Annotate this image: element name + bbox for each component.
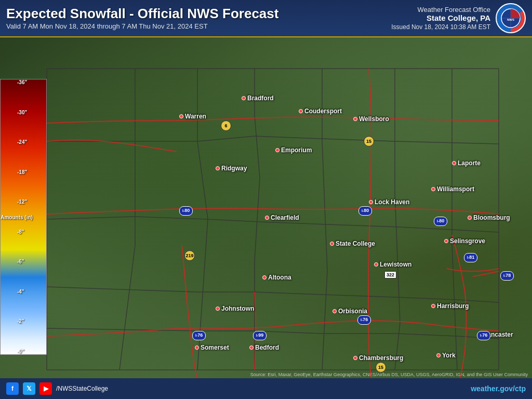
map-container: ▲ -36" -30" -24" -18" -12" -8" -6" -4" -…	[0, 37, 532, 378]
svg-line-26	[322, 139, 395, 141]
facebook-icon[interactable]: f	[6, 382, 19, 395]
city-dot-laporte	[452, 161, 456, 165]
svg-line-40	[395, 297, 457, 300]
city-label-york: York	[442, 352, 456, 359]
highway-i76-w: I-76	[192, 331, 206, 340]
footer: f 𝕏 ▶ /NWSStateCollege weather.gov/ctp	[0, 378, 532, 399]
city-orbisonia: Orbisonia	[332, 308, 367, 315]
city-dot-ridgway	[216, 166, 220, 170]
highway-sr322: 322	[384, 271, 396, 278]
highway-i76-c: I-76	[357, 315, 371, 325]
city-label-selinsgrove: Selinsgrove	[450, 237, 485, 245]
legend-label-24: -24"	[17, 139, 27, 145]
social-links: f 𝕏 ▶ /NWSStateCollege	[6, 382, 108, 395]
city-dot-altoona	[262, 275, 267, 280]
city-dot-warren	[179, 114, 183, 118]
highway-i80-e: I-80	[434, 217, 447, 226]
twitter-icon[interactable]: 𝕏	[23, 382, 35, 395]
city-label-emporium: Emporium	[281, 147, 312, 154]
city-dot-wellsboro	[353, 117, 357, 121]
city-dot-lock-haven	[369, 200, 373, 204]
svg-line-34	[452, 230, 499, 232]
legend-label-36: -36"	[17, 79, 27, 85]
snow-legend: ▲ -36" -30" -24" -18" -12" -8" -6" -4" -…	[0, 79, 47, 355]
city-dot-coudersport	[299, 109, 303, 113]
city-dot-orbisonia	[332, 309, 337, 313]
city-label-lewistown: Lewistown	[380, 261, 411, 268]
highway-i81-n: I-81	[464, 253, 477, 262]
city-harrisburg: Harrisburg	[431, 302, 469, 310]
highway-us15-n: 15	[364, 136, 374, 147]
highway-us6: 6	[221, 121, 231, 131]
svg-line-28	[47, 217, 135, 219]
issue-time: Issued Nov 18, 2024 10:38 AM EST	[391, 23, 490, 31]
city-label-state-college: State College	[336, 240, 375, 247]
website-url[interactable]: weather.gov/ctp	[471, 384, 526, 393]
city-label-laporte: Laporte	[458, 159, 481, 167]
city-selinsgrove: Selinsgrove	[444, 237, 485, 245]
city-dot-harrisburg	[431, 304, 435, 308]
city-dot-chambersburg	[353, 356, 357, 360]
city-clearfield: Clearfield	[265, 214, 299, 221]
city-somerset: Somerset	[195, 344, 229, 351]
city-york: York	[436, 352, 456, 359]
svg-line-16	[322, 141, 327, 271]
city-label-clearfield: Clearfield	[271, 214, 299, 221]
svg-line-33	[400, 227, 452, 230]
city-dot-lewistown	[374, 262, 378, 267]
svg-line-32	[327, 224, 400, 227]
city-label-altoona: Altoona	[268, 274, 291, 281]
city-johnstown: Johnstown	[216, 305, 254, 312]
svg-line-38	[255, 292, 322, 295]
city-dot-york	[436, 353, 441, 357]
youtube-icon[interactable]: ▶	[39, 382, 52, 395]
svg-line-29	[135, 217, 208, 219]
city-label-orbisonia: Orbisonia	[338, 308, 367, 315]
city-label-williamsport: Williamsport	[437, 185, 474, 193]
legend-label-4: -4"	[17, 289, 27, 295]
city-bloomsburg: Bloomsburg	[468, 214, 510, 221]
svg-line-27	[395, 141, 499, 144]
city-label-chambersburg: Chambersburg	[359, 354, 403, 362]
city-ridgway: Ridgway	[216, 165, 247, 172]
city-label-wellsboro: Wellsboro	[359, 115, 389, 123]
highway-i99: I-99	[253, 331, 267, 340]
office-label: Weather Forecast Office	[391, 6, 490, 14]
city-dot-somerset	[195, 345, 199, 350]
city-bedford: Bedford	[249, 344, 279, 351]
legend-label-12: -12"	[17, 199, 27, 205]
city-label-bloomsburg: Bloomsburg	[473, 214, 510, 221]
svg-line-9	[197, 141, 208, 219]
app-container: Expected Snowfall - Official NWS Forecas…	[0, 0, 532, 399]
city-lewistown: Lewistown	[374, 261, 411, 268]
svg-line-39	[322, 295, 395, 297]
city-warren: Warren	[179, 113, 206, 120]
city-emporium: Emporium	[275, 147, 312, 154]
svg-line-46	[395, 334, 457, 336]
city-coudersport: Coudersport	[299, 108, 342, 115]
city-lock-haven: Lock Haven	[369, 198, 409, 206]
legend-label-6: -6"	[17, 259, 27, 264]
city-dot-bedford	[249, 345, 254, 350]
city-laporte: Laporte	[452, 159, 481, 167]
legend-label-2: -2"	[17, 318, 27, 324]
city-dot-bradford	[242, 96, 246, 100]
city-label-bedford: Bedford	[255, 344, 279, 351]
city-dot-emporium	[275, 148, 280, 152]
header-left: Expected Snowfall - Official NWS Forecas…	[6, 6, 391, 30]
city-dot-williamsport	[431, 187, 435, 191]
map-overlay	[0, 37, 532, 378]
svg-text:NWS: NWS	[507, 18, 514, 21]
svg-line-24	[197, 136, 255, 141]
city-dot-bloomsburg	[468, 216, 472, 220]
city-label-ridgway: Ridgway	[221, 165, 247, 172]
highway-i76-e: I-76	[477, 331, 490, 340]
highway-us15-s: 15	[376, 362, 386, 373]
legend-label-0: -0"	[17, 349, 27, 354]
city-label-somerset: Somerset	[201, 344, 229, 351]
city-label-johnstown: Johnstown	[221, 305, 254, 312]
legend-label-8: -8"	[17, 229, 27, 235]
highway-i80-c: I-80	[358, 206, 372, 216]
map-title: Expected Snowfall - Official NWS Forecas…	[6, 6, 391, 21]
legend-label-30: -30"	[17, 110, 27, 115]
